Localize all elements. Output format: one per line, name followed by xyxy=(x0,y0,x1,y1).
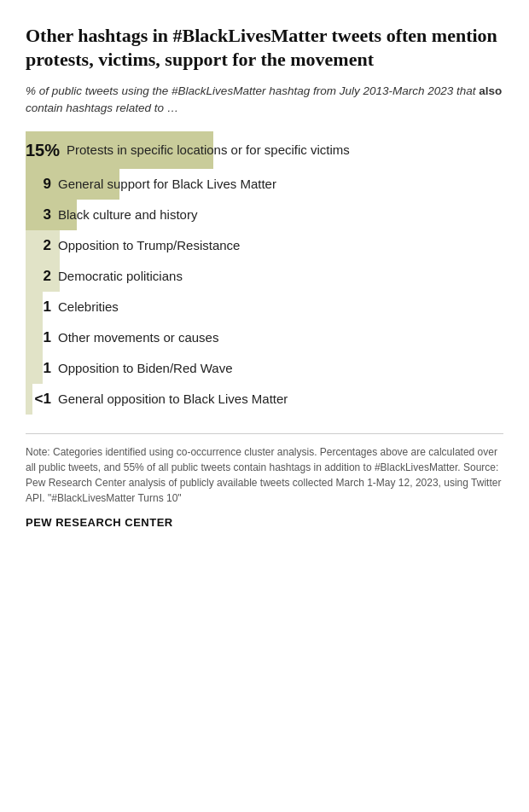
bar-label: Opposition to Trump/Resistance xyxy=(58,234,240,258)
bar-number: <1 xyxy=(26,391,58,408)
bar-item: <1General opposition to Black Lives Matt… xyxy=(26,384,503,415)
bar-number: 1 xyxy=(26,329,58,346)
bar-label: Celebrities xyxy=(58,295,119,319)
bar-label: General opposition to Black Lives Matter xyxy=(58,387,288,411)
bar-number: 1 xyxy=(26,299,58,316)
bar-item: 2Opposition to Trump/Resistance xyxy=(26,230,503,261)
bar-label: General support for Black Lives Matter xyxy=(58,172,276,196)
bar-list: 15%Protests in specific locations or for… xyxy=(26,131,503,415)
bar-number: 1 xyxy=(26,360,58,377)
bar-item: 15%Protests in specific locations or for… xyxy=(26,131,503,169)
bar-item: 1Opposition to Biden/Red Wave xyxy=(26,353,503,384)
note-text: Note: Categories identified using co-occ… xyxy=(26,444,503,506)
bar-label: Black culture and history xyxy=(58,203,197,227)
bar-item: 3Black culture and history xyxy=(26,200,503,230)
bar-number: 2 xyxy=(26,268,58,285)
divider xyxy=(26,433,503,434)
bar-item: 2Democratic politicians xyxy=(26,261,503,292)
bar-number: 3 xyxy=(26,206,58,223)
bar-number: 9 xyxy=(26,176,58,193)
bar-label: Protests in specific locations or for sp… xyxy=(67,138,350,162)
bar-label: Democratic politicians xyxy=(58,264,183,288)
bar-item: 9General support for Black Lives Matter xyxy=(26,169,503,200)
main-title: Other hashtags in #BlackLivesMatter twee… xyxy=(26,24,503,71)
bar-number: 15% xyxy=(26,141,67,160)
bar-item: 1Celebrities xyxy=(26,292,503,322)
source-label: PEW RESEARCH CENTER xyxy=(26,516,503,529)
bar-number: 2 xyxy=(26,237,58,254)
bar-item: 1Other movements or causes xyxy=(26,322,503,353)
subtitle: % of public tweets using the #BlackLives… xyxy=(26,83,503,116)
bar-label: Other movements or causes xyxy=(58,326,218,350)
bar-label: Opposition to Biden/Red Wave xyxy=(58,357,233,380)
